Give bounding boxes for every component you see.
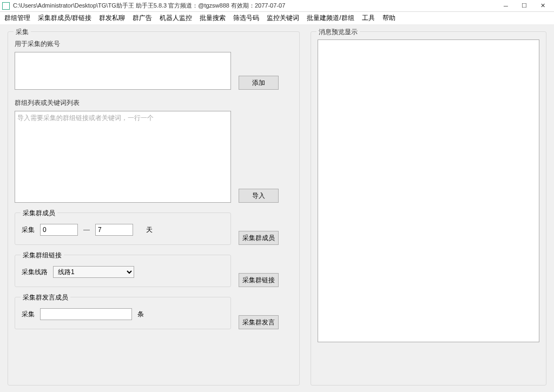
groups-textarea[interactable] [15,111,231,203]
right-column: 消息预览显示 [311,31,546,386]
menu-monitor-keywords[interactable]: 监控关键词 [267,14,299,23]
groups-label: 群组列表或关键词列表 [15,98,293,108]
collect-speakers-count-input[interactable] [40,308,132,320]
minimize-button[interactable]: ─ [497,0,515,12]
close-button[interactable]: ✕ [533,0,552,12]
collect-links-route-select[interactable]: 线路1 [53,266,134,278]
menu-help[interactable]: 帮助 [382,14,395,23]
collect-members-from-input[interactable] [40,224,78,236]
menu-tools[interactable]: 工具 [362,14,375,23]
menu-batch-create[interactable]: 批量建频道/群组 [307,14,354,23]
collect-members-to-input[interactable] [95,224,133,236]
content-area: 采集 用于采集的账号 添加 群组列表或关键词列表 导入 [0,25,554,392]
import-button[interactable]: 导入 [239,189,279,203]
preview-legend: 消息预览显示 [316,28,360,37]
menu-collect-members-links[interactable]: 采集群成员/群链接 [38,14,91,23]
collect-members-legend: 采集群成员 [21,209,57,218]
collect-links-fieldset: 采集群组链接 采集线路 线路1 [15,255,231,287]
collect-links-button[interactable]: 采集群链接 [239,273,279,287]
collect-links-legend: 采集群组链接 [21,251,64,260]
app-icon [2,2,10,10]
add-button[interactable]: 添加 [239,76,279,90]
maximize-button[interactable]: ☐ [515,0,533,12]
collect-fieldset: 采集 用于采集的账号 添加 群组列表或关键词列表 导入 [8,31,300,386]
account-textarea[interactable] [15,52,231,90]
menu-mass-private[interactable]: 群发私聊 [99,14,125,23]
collect-members-unit: 天 [146,225,153,235]
preview-box [318,39,539,342]
menu-group-ad[interactable]: 群广告 [133,14,152,23]
collect-members-label: 采集 [22,225,35,235]
account-section: 用于采集的账号 添加 [15,39,293,90]
collect-members-fieldset: 采集群成员 采集 — 天 [15,212,231,245]
collect-links-route-label: 采集线路 [22,268,48,277]
window-controls: ─ ☐ ✕ [497,0,552,12]
range-dash: — [83,226,90,234]
collect-speakers-legend: 采集群发言成员 [21,293,70,302]
collect-speakers-label: 采集 [22,310,35,319]
window-titlebar: C:\Users\Administrator\Desktop\TG\TG助手王 … [0,0,554,12]
collect-members-button[interactable]: 采集群成员 [239,231,279,245]
collect-legend: 采集 [14,28,31,37]
groups-section: 群组列表或关键词列表 导入 [15,98,293,203]
menu-filter-numbers[interactable]: 筛选号码 [233,14,259,23]
account-label: 用于采集的账号 [15,39,293,49]
menu-batch-search[interactable]: 批量搜索 [200,14,226,23]
collect-speakers-fieldset: 采集群发言成员 采集 条 [15,297,231,329]
menu-group-manage[interactable]: 群组管理 [4,14,30,23]
collect-speakers-button[interactable]: 采集群发言 [239,315,279,329]
preview-fieldset: 消息预览显示 [311,31,546,386]
menu-bot-monitor[interactable]: 机器人监控 [160,14,192,23]
collect-speakers-unit: 条 [137,310,144,319]
window-title: C:\Users\Administrator\Desktop\TG\TG助手王 … [13,2,497,10]
menubar: 群组管理 采集群成员/群链接 群发私聊 群广告 机器人监控 批量搜索 筛选号码 … [0,12,554,25]
left-column: 采集 用于采集的账号 添加 群组列表或关键词列表 导入 [8,31,300,386]
